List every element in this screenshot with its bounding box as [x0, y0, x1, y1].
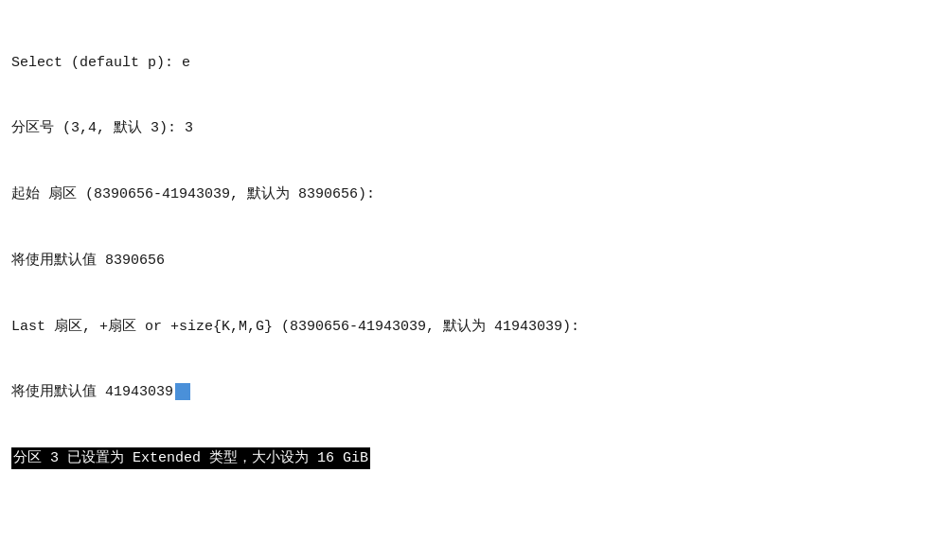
line-select: Select (default p): e [11, 52, 914, 74]
line-start-sector: 起始 扇区 (8390656-41943039, 默认为 8390656): [11, 184, 914, 205]
line-partition-num: 分区号 (3,4, 默认 3): 3 [11, 117, 914, 139]
cursor-icon [175, 383, 190, 400]
line-partition-set: 分区 3 已设置为 Extended 类型，大小设为 16 GiB [11, 447, 914, 469]
empty-line-1 [11, 514, 914, 535]
line-default-start: 将使用默认值 8390656 [11, 250, 914, 271]
line-default-end: 将使用默认值 41943039 [11, 381, 914, 403]
line-last-sector: Last 扇区, +扇区 or +size{K,M,G} (8390656-41… [11, 316, 914, 338]
terminal-output: Select (default p): e 分区号 (3,4, 默认 3): 3… [11, 8, 914, 560]
